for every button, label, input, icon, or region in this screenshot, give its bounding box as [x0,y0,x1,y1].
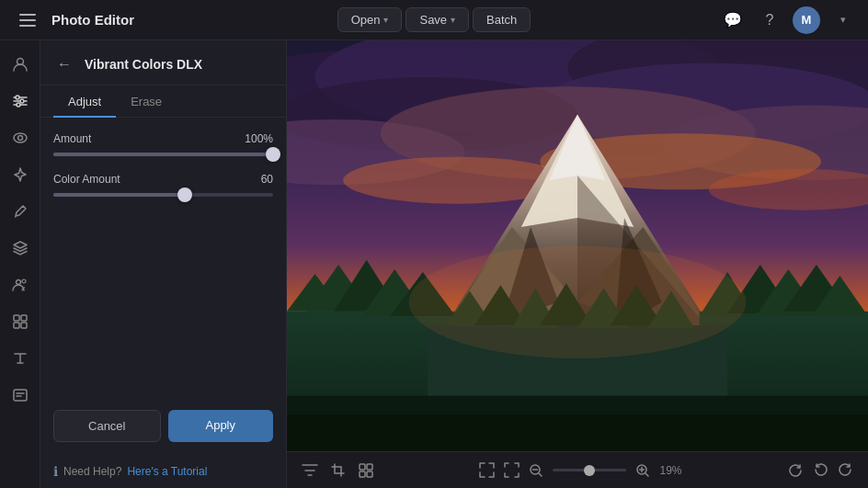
amount-slider-track[interactable] [53,153,273,156]
svg-rect-11 [14,315,19,321]
topbar-center: Open ▾ Save ▾ Batch [337,7,531,32]
help-row: ℹ Need Help? Here's a Tutorial [40,455,286,488]
refresh-icon[interactable] [788,462,804,478]
chat-icon[interactable]: 💬 [719,6,747,34]
help-text: Need Help? [63,465,121,478]
svg-point-5 [20,99,24,103]
panel: ← Vibrant Colors DLX Adjust Erase Amount… [40,40,287,488]
svg-point-10 [22,279,26,283]
help-icon[interactable]: ? [756,6,783,34]
app-title: Photo Editor [51,12,134,28]
bottom-left [302,463,373,478]
redo-icon[interactable] [838,462,853,478]
tabs: Adjust Erase [40,85,286,118]
avatar[interactable]: M [793,6,820,34]
panel-title: Vibrant Colors DLX [85,57,202,72]
grid-icon[interactable] [359,463,373,478]
open-button[interactable]: Open ▾ [337,7,403,32]
sidebar-badge-icon[interactable] [4,379,37,412]
back-button[interactable]: ← [53,53,75,75]
canvas-area: 19% [287,40,868,488]
save-chevron-icon: ▾ [451,15,455,25]
panel-actions: Cancel Apply [40,410,286,455]
svg-rect-60 [367,464,372,470]
svg-rect-62 [367,471,372,477]
icon-sidebar [0,40,40,488]
svg-rect-57 [287,414,868,451]
sidebar-text-icon[interactable] [4,342,37,375]
zoom-slider[interactable] [553,469,626,471]
color-amount-slider-group: Color Amount 60 [53,173,273,197]
svg-point-7 [14,133,27,142]
bottom-center-controls: 19% [479,462,681,478]
sidebar-layers-icon[interactable] [4,232,37,265]
svg-rect-15 [14,390,27,401]
avatar-chevron-icon[interactable]: ▾ [829,6,857,34]
amount-slider-fill [53,153,273,156]
color-amount-slider-thumb[interactable] [177,187,192,202]
sidebar-person-icon[interactable] [4,48,37,81]
sidebar-brush-icon[interactable] [4,195,37,228]
tab-adjust[interactable]: Adjust [53,85,116,118]
topbar: Photo Editor Open ▾ Save ▾ Batch 💬 ? M ▾ [0,0,868,40]
zoom-slider-thumb [584,465,595,476]
canvas-svg [287,40,868,451]
svg-point-4 [16,96,19,99]
cancel-button[interactable]: Cancel [53,410,161,442]
svg-rect-13 [14,323,19,328]
svg-rect-12 [21,315,27,321]
topbar-left: Photo Editor [11,4,337,37]
main-area: ← Vibrant Colors DLX Adjust Erase Amount… [0,40,868,488]
bottom-bar: 19% [287,451,868,488]
amount-value: 100% [245,132,273,145]
canvas-image[interactable] [287,40,868,451]
zoom-level-label: 19% [659,464,681,477]
sidebar-sliders-icon[interactable] [4,85,37,118]
topbar-right: 💬 ? M ▾ [531,6,857,34]
svg-rect-59 [360,464,365,470]
help-link[interactable]: Here's a Tutorial [127,465,207,478]
filter-icon[interactable] [302,463,318,478]
svg-point-58 [409,246,747,358]
crop-icon[interactable] [331,463,346,478]
apply-button[interactable]: Apply [168,410,274,442]
sidebar-sparkle-icon[interactable] [4,158,37,191]
color-amount-slider-fill [53,193,185,197]
color-amount-label: Color Amount [53,173,120,186]
amount-slider-group: Amount 100% [53,132,273,156]
sidebar-effects-icon[interactable] [4,305,37,338]
svg-point-8 [17,136,22,141]
panel-header: ← Vibrant Colors DLX [40,40,286,85]
zoom-in-icon[interactable] [635,463,650,478]
color-amount-value: 60 [261,173,273,186]
sidebar-eye-icon[interactable] [4,121,37,154]
color-amount-slider-track[interactable] [53,193,273,197]
svg-point-9 [16,280,20,285]
open-chevron-icon: ▾ [383,15,388,25]
tab-erase[interactable]: Erase [116,85,177,118]
info-icon: ℹ [53,464,58,479]
svg-rect-61 [360,471,365,477]
svg-rect-14 [21,323,27,328]
amount-slider-thumb[interactable] [266,147,280,162]
panel-content: Amount 100% Color Amount 60 [40,118,286,410]
amount-label: Amount [53,132,91,145]
batch-button[interactable]: Batch [473,7,531,32]
zoom-out-icon[interactable] [529,463,543,478]
save-button[interactable]: Save ▾ [405,7,469,32]
fit-to-screen-icon[interactable] [504,462,520,478]
sidebar-people-icon[interactable] [4,268,37,301]
undo-icon[interactable] [813,462,828,478]
svg-point-6 [17,103,20,107]
hamburger-menu-icon[interactable] [11,4,44,37]
bottom-right [788,462,853,478]
fullscreen-expand-icon[interactable] [479,462,495,478]
